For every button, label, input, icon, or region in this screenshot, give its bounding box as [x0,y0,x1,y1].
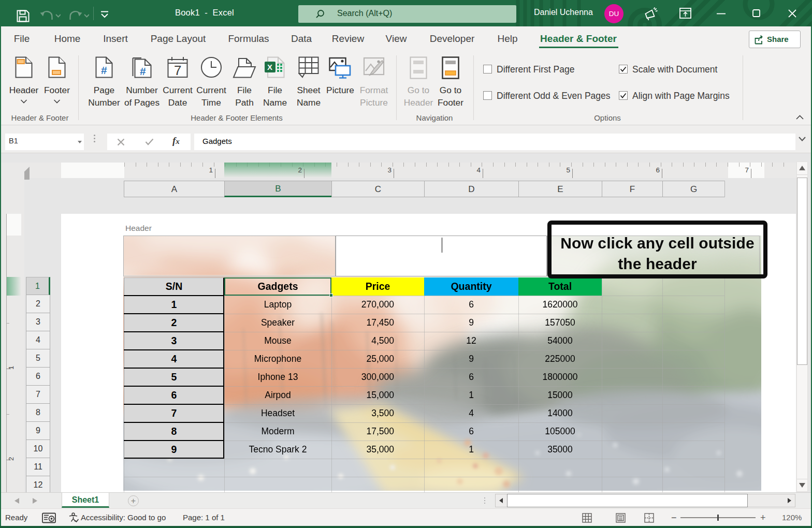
svg-text:7: 7 [174,63,181,78]
svg-text:X: X [267,63,272,71]
svg-text:#: # [140,65,146,77]
svg-text:#: # [101,64,107,76]
